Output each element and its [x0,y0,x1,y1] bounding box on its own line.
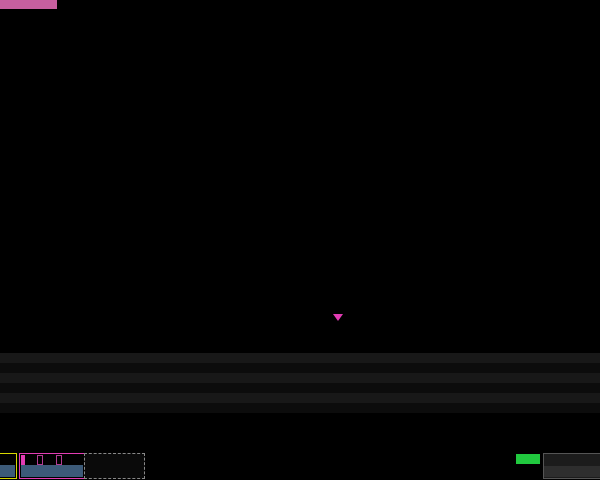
table-row [0,373,600,383]
table-row [0,363,600,373]
add-trace-button[interactable] [84,453,145,479]
timebase-value [544,466,600,477]
esr-badge [37,455,43,465]
table-row [0,383,600,393]
channel-descriptor-c1[interactable] [0,453,17,479]
oscilloscope-screen [0,0,600,480]
table-row [0,403,600,413]
table-row [0,353,600,363]
hd-mode-badge[interactable] [516,454,540,464]
c2-vdiv-value [21,465,83,477]
trace-annotation-badge[interactable] [0,0,57,9]
c1-vdiv-value [0,465,15,477]
timebase-descriptor[interactable] [543,453,600,479]
table-row [0,393,600,403]
coupling-badge [56,455,62,465]
trigger-position-icon[interactable] [333,314,343,321]
channel-descriptor-c2[interactable] [19,453,85,479]
channel-c2-badge [21,455,25,465]
